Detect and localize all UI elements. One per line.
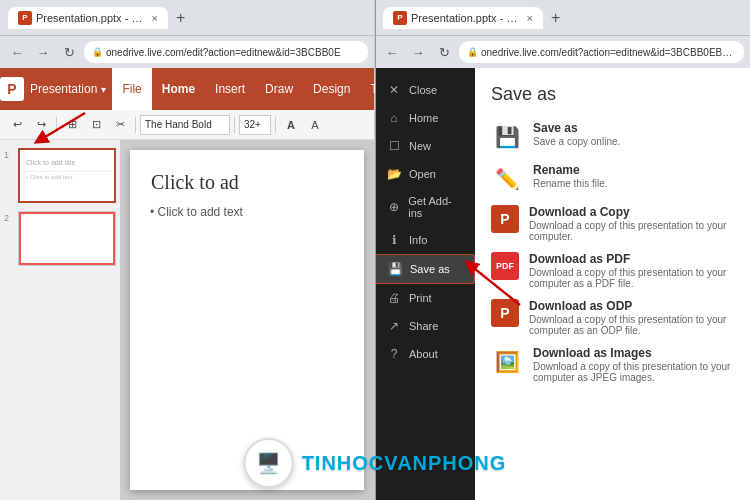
left-address-box[interactable]: 🔒 onedrive.live.com/edit?action=editnew&… [84, 41, 368, 63]
ribbon-design[interactable]: Design [303, 68, 360, 110]
toolbar-sep3 [234, 117, 235, 133]
download-copy-name: Download a Copy [529, 205, 734, 219]
left-address-bar-row: ← → ↻ 🔒 onedrive.live.com/edit?action=ed… [0, 36, 374, 68]
font-size-box[interactable]: 32+ [239, 115, 271, 135]
back-btn[interactable]: ← [6, 41, 28, 63]
right-address-text: onedrive.live.com/edit?action=editnew&id… [481, 47, 736, 58]
lock-icon: 🔒 [92, 47, 103, 57]
font-name-box[interactable]: The Hand Bold [140, 115, 230, 135]
odp-name: Download as ODP [529, 299, 734, 313]
save-option-odp[interactable]: P Download as ODP Download a copy of thi… [491, 299, 734, 336]
thumb-2-wrapper: 2 [4, 211, 116, 266]
ribbon-home[interactable]: Home [152, 68, 205, 110]
right-new-tab[interactable]: + [551, 9, 560, 27]
save-option-images[interactable]: 🖼️ Download as Images Download a copy of… [491, 346, 734, 383]
right-address-box[interactable]: 🔒 onedrive.live.com/edit?action=editnew&… [459, 41, 744, 63]
file-menu-new[interactable]: ☐ New [375, 132, 475, 160]
save-option-rename[interactable]: ✏️ Rename Rename this file. [491, 163, 734, 195]
save-option-download-copy[interactable]: P Download a Copy Download a copy of thi… [491, 205, 734, 242]
ribbon-dropdown-icon[interactable]: ▾ [101, 84, 106, 95]
toolbar-sep2 [135, 117, 136, 133]
right-tab[interactable]: P Presentation.pptx - Microsof... × [383, 7, 543, 29]
left-panel: P Presentation.pptx - Microsof... × + ← … [0, 0, 375, 500]
open-icon: 📂 [387, 167, 401, 181]
slide-body[interactable]: • Click to add text [150, 205, 344, 219]
redo-btn[interactable]: ↪ [30, 114, 52, 136]
browser-chrome-right: P Presentation.pptx - Microsof... × + [375, 0, 750, 36]
file-menu-new-label: New [409, 140, 431, 152]
share-icon: ↗ [387, 319, 401, 333]
thumb-1-num: 1 [4, 150, 14, 160]
download-copy-desc: Download a copy of this presentation to … [529, 220, 734, 242]
file-menu-home[interactable]: ⌂ Home [375, 104, 475, 132]
file-menu-print[interactable]: 🖨 Print [375, 284, 475, 312]
save-option-savecopy[interactable]: 💾 Save as Save a copy online. [491, 121, 734, 153]
toolbar-btn1[interactable]: ⊞ [61, 114, 83, 136]
file-menu-share[interactable]: ↗ Share [375, 312, 475, 340]
ribbon-insert[interactable]: Insert [205, 68, 255, 110]
odp-text: Download as ODP Download a copy of this … [529, 299, 734, 336]
right-back-btn[interactable]: ← [381, 41, 403, 63]
reload-btn[interactable]: ↻ [58, 41, 80, 63]
thumb-2[interactable] [18, 211, 116, 266]
ribbon-file[interactable]: File [112, 68, 151, 110]
brand-watermark: 🖥️ TINHOCVANPHONG [244, 438, 507, 488]
pdf-name: Download as PDF [529, 252, 734, 266]
toolbar-sep4 [275, 117, 276, 133]
left-tab[interactable]: P Presentation.pptx - Microsof... × [8, 7, 168, 29]
file-menu-saveas[interactable]: 💾 Save as [375, 254, 475, 284]
right-tab-title: Presentation.pptx - Microsof... [411, 12, 519, 24]
images-desc: Download a copy of this presentation to … [533, 361, 734, 383]
right-tab-close[interactable]: × [527, 12, 533, 24]
thumb-2-num: 2 [4, 213, 14, 223]
file-menu-about-label: About [409, 348, 438, 360]
file-menu-open[interactable]: 📂 Open [375, 160, 475, 188]
pdf-desc: Download a copy of this presentation to … [529, 267, 734, 289]
file-menu-addins-label: Get Add-ins [408, 195, 463, 219]
app-ribbon: P Presentation ▾ File Home Insert Draw D… [0, 68, 374, 110]
undo-btn[interactable]: ↩ [6, 114, 28, 136]
toolbar-sep1 [56, 117, 57, 133]
odp-desc: Download a copy of this presentation to … [529, 314, 734, 336]
save-option-pdf[interactable]: PDF Download as PDF Download a copy of t… [491, 252, 734, 289]
slide-title[interactable]: Click to ad [150, 170, 344, 195]
file-menu-close[interactable]: ✕ Close [375, 76, 475, 104]
italic-btn[interactable]: A [304, 114, 326, 136]
slide-title-text: Click to ad [151, 171, 239, 193]
save-copy-icon: 💾 [491, 121, 523, 153]
right-reload-btn[interactable]: ↻ [433, 41, 455, 63]
ribbon-logo: P [0, 68, 24, 110]
tab-pp-icon: P [18, 11, 32, 25]
toolbar-btn3[interactable]: ✂ [109, 114, 131, 136]
thumb-1[interactable]: Click to add title • Click to add text [18, 148, 116, 203]
bold-btn[interactable]: A [280, 114, 302, 136]
file-menu-info[interactable]: ℹ Info [375, 226, 475, 254]
ribbon-title: Presentation ▾ [24, 68, 112, 110]
forward-btn[interactable]: → [32, 41, 54, 63]
file-menu-close-label: Close [409, 84, 437, 96]
ribbon-draw[interactable]: Draw [255, 68, 303, 110]
rename-text: Rename Rename this file. [533, 163, 607, 189]
save-copy-text: Save as Save a copy online. [533, 121, 620, 147]
ribbon-title-text: Presentation [30, 82, 97, 96]
thumb-1-wrapper: 1 Click to add title • Click to add text [4, 148, 116, 203]
left-new-tab[interactable]: + [176, 9, 185, 27]
images-name: Download as Images [533, 346, 734, 360]
pdf-text: Download as PDF Download a copy of this … [529, 252, 734, 289]
right-tab-pp-icon: P [393, 11, 407, 25]
file-menu-addins[interactable]: ⊕ Get Add-ins [375, 188, 475, 226]
file-menu-info-label: Info [409, 234, 427, 246]
pp-logo: P [0, 77, 24, 101]
main-container: P Presentation.pptx - Microsof... × + ← … [0, 0, 750, 500]
close-icon: ✕ [387, 83, 401, 97]
file-menu-share-label: Share [409, 320, 438, 332]
left-tab-close[interactable]: × [152, 12, 158, 24]
file-menu-saveas-label: Save as [410, 263, 450, 275]
right-forward-btn[interactable]: → [407, 41, 429, 63]
toolbar-btn2[interactable]: ⊡ [85, 114, 107, 136]
file-menu-about[interactable]: ? About [375, 340, 475, 368]
pdf-icon: PDF [491, 252, 519, 280]
save-as-options: 💾 Save as Save a copy online. ✏️ Rename … [491, 121, 734, 383]
brand-logo-icon: 🖥️ [256, 451, 281, 475]
save-copy-name: Save as [533, 121, 620, 135]
